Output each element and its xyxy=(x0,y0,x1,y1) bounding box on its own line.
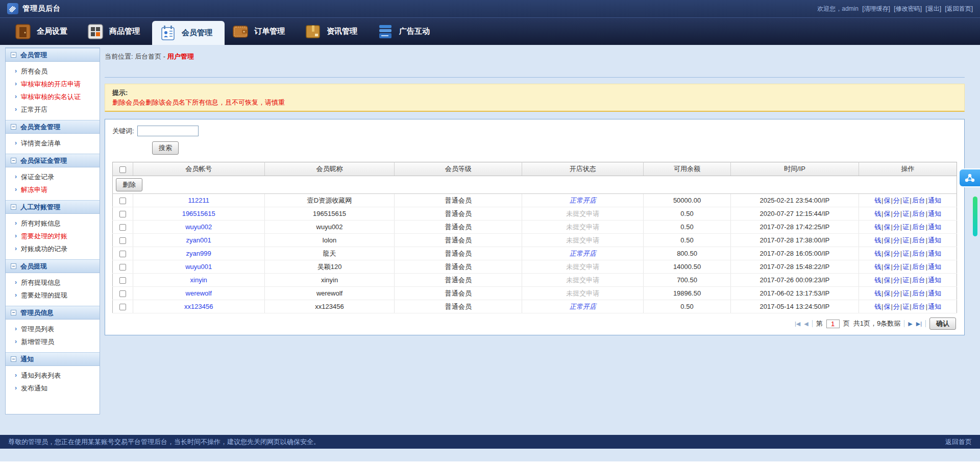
sidebar-item[interactable]: › 所有对账信息 xyxy=(6,217,100,230)
op-link[interactable]: 通知 xyxy=(928,197,941,204)
shop-status[interactable]: 正常开店 xyxy=(570,197,596,204)
row-checkbox[interactable] xyxy=(119,198,126,204)
account-link[interactable]: zyan001 xyxy=(186,236,211,244)
op-link[interactable]: 钱 xyxy=(874,223,881,231)
op-link[interactable]: 通知 xyxy=(928,210,941,217)
shop-status[interactable]: 未提交申请 xyxy=(566,289,599,297)
row-checkbox[interactable] xyxy=(119,251,126,257)
op-link[interactable]: 分 xyxy=(893,276,900,284)
op-link[interactable]: 通知 xyxy=(928,263,941,271)
row-checkbox[interactable] xyxy=(119,277,126,284)
tab-global-settings[interactable]: 全局设置 xyxy=(7,18,80,45)
tab-ad-interaction[interactable]: 广告互动 xyxy=(370,18,442,45)
sidebar-item[interactable]: › 通知列表列表 xyxy=(6,369,100,382)
op-link[interactable]: 保 xyxy=(884,236,890,244)
shop-status[interactable]: 未提交申请 xyxy=(566,236,599,244)
shop-status[interactable]: 未提交申请 xyxy=(566,276,599,284)
keyword-input[interactable] xyxy=(137,126,199,136)
op-link[interactable]: 后台 xyxy=(912,250,925,257)
change-password-link[interactable]: [修改密码] xyxy=(894,5,922,12)
op-link[interactable]: 证 xyxy=(902,210,909,217)
row-checkbox[interactable] xyxy=(119,237,126,244)
select-all-checkbox[interactable] xyxy=(119,166,126,173)
op-link[interactable]: 证 xyxy=(902,250,909,257)
sidebar-item[interactable]: › 正常开店 xyxy=(6,103,100,116)
back-home-link[interactable]: [返回首页] xyxy=(945,5,973,12)
account-link[interactable]: wuyu001 xyxy=(185,263,212,271)
sidebar-item[interactable]: › 审核审核的开店申请 xyxy=(6,78,100,90)
op-link[interactable]: 分 xyxy=(893,223,900,231)
op-link[interactable]: 分 xyxy=(893,250,900,257)
sidebar-item[interactable]: › 详情资金清单 xyxy=(6,137,100,150)
row-checkbox[interactable] xyxy=(119,290,126,297)
account-link[interactable]: wuyu002 xyxy=(185,223,212,231)
op-link[interactable]: 后台 xyxy=(912,276,925,284)
sidebar-section-header[interactable]: 会员提现 xyxy=(6,259,100,273)
sidebar-section-header[interactable]: 会员保证金管理 xyxy=(6,154,100,167)
row-checkbox[interactable] xyxy=(119,224,126,231)
prev-page-icon[interactable]: ◀ xyxy=(804,321,808,327)
op-link[interactable]: 通知 xyxy=(928,223,941,231)
sidebar-section-header[interactable]: 会员资金管理 xyxy=(6,120,100,134)
account-link[interactable]: xx123456 xyxy=(184,303,213,310)
page-number-input[interactable] xyxy=(826,320,840,328)
shop-status[interactable]: 未提交申请 xyxy=(566,223,599,231)
op-link[interactable]: 分 xyxy=(893,289,900,297)
op-link[interactable]: 保 xyxy=(884,250,890,257)
next-page-icon[interactable]: ▶ xyxy=(908,321,912,327)
shop-status[interactable]: 正常开店 xyxy=(570,250,596,257)
op-link[interactable]: 证 xyxy=(902,197,909,204)
op-link[interactable]: 钱 xyxy=(874,236,881,244)
sidebar-item[interactable]: › 解冻申请 xyxy=(6,183,100,196)
delete-button[interactable]: 删除 xyxy=(116,178,142,191)
collapse-minus-icon[interactable] xyxy=(11,204,16,210)
op-link[interactable]: 钱 xyxy=(874,276,881,284)
account-link[interactable]: xinyin xyxy=(190,276,207,284)
sidebar-item[interactable]: › 所有会员 xyxy=(6,65,100,78)
op-link[interactable]: 钱 xyxy=(874,250,881,257)
shop-status[interactable]: 未提交申请 xyxy=(566,263,599,271)
op-link[interactable]: 保 xyxy=(884,303,890,310)
op-link[interactable]: 分 xyxy=(893,236,900,244)
op-link[interactable]: 证 xyxy=(902,263,909,271)
op-link[interactable]: 通知 xyxy=(928,289,941,297)
op-link[interactable]: 后台 xyxy=(912,289,925,297)
collapse-minus-icon[interactable] xyxy=(11,356,16,362)
collapse-minus-icon[interactable] xyxy=(11,263,16,269)
op-link[interactable]: 证 xyxy=(902,289,909,297)
op-link[interactable]: 钱 xyxy=(874,289,881,297)
op-link[interactable]: 保 xyxy=(884,197,890,204)
sidebar-section-header[interactable]: 通知 xyxy=(6,352,100,366)
confirm-button[interactable]: 确认 xyxy=(929,317,956,330)
op-link[interactable]: 后台 xyxy=(912,263,925,271)
op-link[interactable]: 保 xyxy=(884,263,890,271)
op-link[interactable]: 保 xyxy=(884,276,890,284)
op-link[interactable]: 通知 xyxy=(928,250,941,257)
op-link[interactable]: 证 xyxy=(902,303,909,310)
account-link[interactable]: zyan999 xyxy=(186,250,211,257)
op-link[interactable]: 钱 xyxy=(874,210,881,217)
op-link[interactable]: 保 xyxy=(884,210,890,217)
clear-cache-link[interactable]: [清理缓存] xyxy=(862,5,890,12)
account-link[interactable]: werewolf xyxy=(186,289,212,297)
sidebar-section-header[interactable]: 人工对账管理 xyxy=(6,200,100,214)
row-checkbox[interactable] xyxy=(119,304,126,310)
op-link[interactable]: 后台 xyxy=(912,197,925,204)
op-link[interactable]: 证 xyxy=(902,276,909,284)
sidebar-item[interactable]: › 对账成功的记录 xyxy=(6,242,100,255)
search-button[interactable]: 搜索 xyxy=(152,141,179,155)
sidebar-section-header[interactable]: 管理员信息 xyxy=(6,306,100,320)
sidebar-item[interactable]: › 新增管理员 xyxy=(6,335,100,348)
op-link[interactable]: 钱 xyxy=(874,197,881,204)
op-link[interactable]: 分 xyxy=(893,210,900,217)
op-link[interactable]: 后台 xyxy=(912,223,925,231)
sidebar-item[interactable]: › 管理员列表 xyxy=(6,323,100,335)
op-link[interactable]: 证 xyxy=(902,236,909,244)
op-link[interactable]: 钱 xyxy=(874,303,881,310)
collapse-minus-icon[interactable] xyxy=(11,310,16,315)
op-link[interactable]: 分 xyxy=(893,197,900,204)
account-link[interactable]: 196515615 xyxy=(182,210,215,217)
op-link[interactable]: 证 xyxy=(902,223,909,231)
sidebar-item[interactable]: › 保证金记录 xyxy=(6,170,100,183)
collapse-minus-icon[interactable] xyxy=(11,124,16,130)
